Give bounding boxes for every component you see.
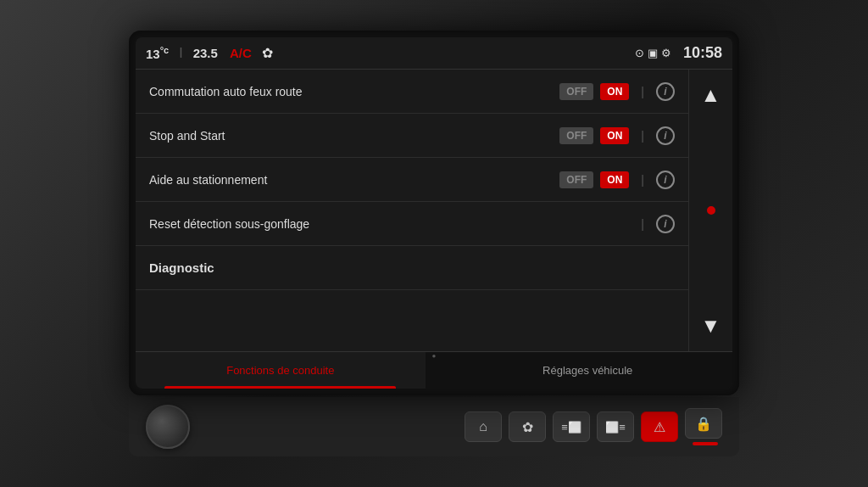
screen-bezel: 13°c I 23.5 A/C ✿ ⊙ ▣ ⚙ 10:58: [129, 31, 739, 395]
settings-icon: ⚙: [661, 47, 671, 59]
info-btn-4[interactable]: i: [656, 215, 675, 233]
toggle-off-3[interactable]: OFF: [559, 171, 593, 188]
setting-row-1[interactable]: Commutation auto feux route OFF ON | i: [136, 70, 688, 114]
info-btn-2[interactable]: i: [656, 126, 675, 145]
scroll-down-arrow[interactable]: ▼: [696, 311, 726, 341]
tab-label-1: Fonctions de conduite: [226, 364, 334, 377]
defrost-front-button[interactable]: ≡⬜: [553, 411, 590, 442]
lock-indicator: [693, 442, 718, 445]
screen: 13°c I 23.5 A/C ✿ ⊙ ▣ ⚙ 10:58: [136, 37, 732, 389]
physical-controls: ⌂ ✿ ≡⬜ ⬜≡ ⚠ 🔒: [129, 397, 739, 456]
warning-icon: ⚠: [654, 419, 665, 435]
fan-speed-display: 23.5: [193, 46, 218, 60]
defrost-rear-icon: ⬜≡: [605, 421, 626, 434]
scroll-position-dot: [707, 206, 715, 215]
setting-row-2[interactable]: Stop and Start OFF ON | i: [136, 114, 688, 158]
setting-row-4[interactable]: Reset détection sous-gonflage | i: [136, 202, 688, 246]
toggle-group-2[interactable]: OFF ON | i: [559, 126, 675, 145]
toggle-on-3[interactable]: ON: [600, 171, 629, 188]
status-bar: 13°c I 23.5 A/C ✿ ⊙ ▣ ⚙ 10:58: [136, 37, 732, 70]
fan-icon: ✿: [262, 45, 273, 61]
fan-ctrl-icon: ✿: [522, 419, 533, 435]
info-btn-1[interactable]: i: [656, 82, 675, 101]
toggle-on-1[interactable]: ON: [600, 83, 629, 100]
fan-button[interactable]: ✿: [509, 411, 546, 442]
camera-icon: ▣: [648, 47, 658, 59]
warning-button[interactable]: ⚠: [641, 411, 678, 442]
control-buttons: ⌂ ✿ ≡⬜ ⬜≡ ⚠ 🔒: [465, 408, 722, 445]
info-btn-3[interactable]: i: [656, 171, 675, 189]
pipe-3: |: [641, 173, 644, 187]
toggle-group-4: | i: [636, 215, 675, 233]
tab-label-2: Réglages véhicule: [542, 364, 632, 377]
status-icons: ⊙ ▣ ⚙: [635, 47, 671, 59]
volume-knob[interactable]: [146, 405, 190, 449]
home-button[interactable]: ⌂: [465, 411, 502, 442]
toggle-on-2[interactable]: ON: [600, 127, 629, 144]
lock-icon: 🔒: [695, 416, 712, 432]
settings-list: Commutation auto feux route OFF ON | i S…: [136, 70, 688, 351]
pipe-2: |: [641, 129, 644, 143]
toggle-group-1[interactable]: OFF ON | i: [559, 82, 675, 101]
ac-label: A/C: [230, 46, 252, 60]
status-right: ⊙ ▣ ⚙ 10:58: [635, 44, 722, 62]
toggle-off-1[interactable]: OFF: [559, 83, 593, 100]
setting-label-5: Diagnostic: [149, 260, 675, 275]
setting-label-4: Reset détection sous-gonflage: [149, 217, 636, 231]
tab-reglages-vehicule[interactable]: Réglages véhicule: [442, 352, 732, 389]
lock-button[interactable]: 🔒: [685, 408, 722, 439]
pipe-1: |: [641, 85, 644, 98]
tab-fonctions-conduite[interactable]: Fonctions de conduite: [136, 352, 426, 389]
status-left: 13°c I 23.5 A/C ✿: [146, 45, 635, 61]
tab-separator: ●: [432, 352, 437, 389]
scroll-up-arrow[interactable]: ▲: [696, 80, 726, 110]
main-content: Commutation auto feux route OFF ON | i S…: [136, 70, 732, 351]
setting-label-2: Stop and Start: [149, 129, 559, 143]
time-display: 10:58: [683, 44, 722, 62]
tab-bar: Fonctions de conduite ● Réglages véhicul…: [136, 351, 732, 389]
pipe-4: |: [641, 217, 644, 231]
divider-left: I: [179, 46, 182, 61]
setting-row-3[interactable]: Aide au stationnement OFF ON | i: [136, 158, 688, 202]
setting-row-5[interactable]: Diagnostic: [136, 246, 688, 290]
defrost-rear-button[interactable]: ⬜≡: [597, 411, 634, 442]
location-icon: ⊙: [635, 47, 644, 59]
scroll-controls: ▲ ▼: [688, 70, 732, 351]
home-icon: ⌂: [479, 419, 487, 434]
setting-label-3: Aide au stationnement: [149, 173, 559, 187]
car-surround: 13°c I 23.5 A/C ✿ ⊙ ▣ ⚙ 10:58: [0, 0, 868, 487]
toggle-off-2[interactable]: OFF: [559, 127, 593, 144]
setting-label-1: Commutation auto feux route: [149, 85, 559, 98]
temp-left: 13°c: [146, 45, 169, 61]
defrost-front-icon: ≡⬜: [561, 421, 581, 434]
toggle-group-3[interactable]: OFF ON | i: [559, 171, 675, 189]
